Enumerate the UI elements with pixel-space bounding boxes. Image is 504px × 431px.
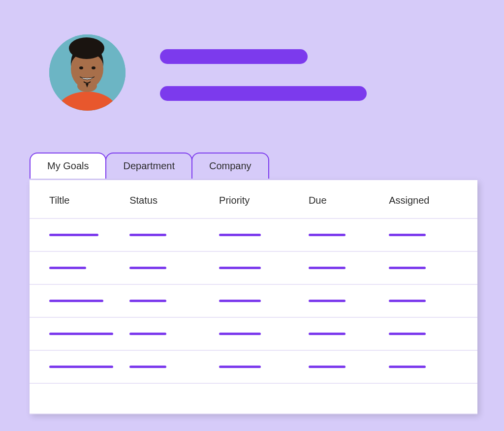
svg-point-6 [92,66,95,69]
cell-placeholder [129,300,166,302]
cell-placeholder [389,234,426,236]
cell-placeholder [219,366,261,368]
svg-point-5 [79,66,83,69]
column-header-assigned[interactable]: Assigned [389,195,458,206]
cell-placeholder [309,300,346,302]
cell-placeholder [49,366,113,368]
cell-placeholder [129,366,166,368]
cell-placeholder [309,333,346,335]
table-header: Tiltle Status Priority Due Assigned [30,180,477,219]
cell-placeholder [219,300,261,302]
cell-placeholder [49,267,86,269]
svg-point-4 [69,37,104,59]
table-row[interactable] [30,351,477,384]
tab-company[interactable]: Company [191,153,269,179]
cell-placeholder [129,234,166,236]
cell-placeholder [219,333,261,335]
table-row[interactable] [30,318,477,351]
table-row[interactable] [30,252,477,285]
profile-text-placeholder [160,44,367,101]
cell-placeholder [309,234,346,236]
cell-placeholder [49,333,113,335]
cell-placeholder [389,366,426,368]
table-row[interactable] [30,285,477,318]
tab-department[interactable]: Department [105,153,192,179]
cell-placeholder [129,333,166,335]
column-header-priority[interactable]: Priority [219,195,309,206]
tab-my-goals[interactable]: My Goals [30,153,106,179]
cell-placeholder [309,366,346,368]
column-header-title[interactable]: Tiltle [49,195,129,206]
cell-placeholder [389,333,426,335]
avatar[interactable] [49,34,126,111]
table-row[interactable] [30,384,477,414]
profile-header [49,34,367,111]
cell-placeholder [219,234,261,236]
tabs: My Goals Department Company [30,153,268,179]
profile-name-placeholder [160,49,308,64]
cell-placeholder [49,234,98,236]
cell-placeholder [219,267,261,269]
cell-placeholder [389,267,426,269]
cell-placeholder [49,300,103,302]
cell-placeholder [129,267,166,269]
profile-subtitle-placeholder [160,86,367,101]
table-row[interactable] [30,219,477,252]
goals-table: Tiltle Status Priority Due Assigned [30,180,477,414]
column-header-status[interactable]: Status [129,195,219,206]
column-header-due[interactable]: Due [309,195,389,206]
cell-placeholder [309,267,346,269]
cell-placeholder [389,300,426,302]
